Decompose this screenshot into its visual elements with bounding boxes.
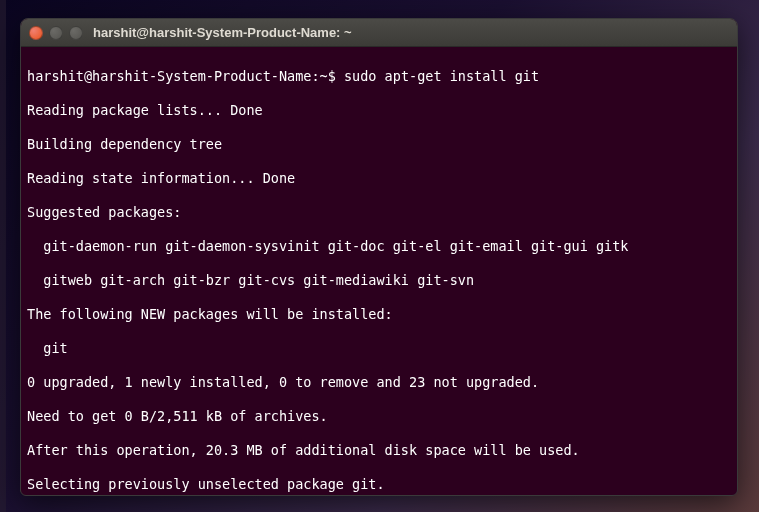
output-line: git-daemon-run git-daemon-sysvinit git-d… xyxy=(27,238,731,255)
output-line: After this operation, 20.3 MB of additio… xyxy=(27,442,731,459)
maximize-icon[interactable] xyxy=(69,26,83,40)
output-line: The following NEW packages will be insta… xyxy=(27,306,731,323)
output-line: Reading package lists... Done xyxy=(27,102,731,119)
output-line: Building dependency tree xyxy=(27,136,731,153)
minimize-icon[interactable] xyxy=(49,26,63,40)
window-title: harshit@harshit-System-Product-Name: ~ xyxy=(93,25,352,40)
terminal-body[interactable]: harshit@harshit-System-Product-Name:~$ s… xyxy=(21,47,737,496)
output-line: Need to get 0 B/2,511 kB of archives. xyxy=(27,408,731,425)
launcher-edge xyxy=(0,0,6,512)
prompt-line: harshit@harshit-System-Product-Name:~$ s… xyxy=(27,68,731,85)
output-line: gitweb git-arch git-bzr git-cvs git-medi… xyxy=(27,272,731,289)
close-icon[interactable] xyxy=(29,26,43,40)
window-controls xyxy=(29,26,83,40)
output-line: Reading state information... Done xyxy=(27,170,731,187)
titlebar[interactable]: harshit@harshit-System-Product-Name: ~ xyxy=(21,19,737,47)
output-line: Selecting previously unselected package … xyxy=(27,476,731,493)
output-line: Suggested packages: xyxy=(27,204,731,221)
terminal-window: harshit@harshit-System-Product-Name: ~ h… xyxy=(20,18,738,496)
output-line: git xyxy=(27,340,731,357)
output-line: 0 upgraded, 1 newly installed, 0 to remo… xyxy=(27,374,731,391)
command-text: sudo apt-get install git xyxy=(344,68,539,84)
prompt-text: harshit@harshit-System-Product-Name:~$ xyxy=(27,68,344,84)
